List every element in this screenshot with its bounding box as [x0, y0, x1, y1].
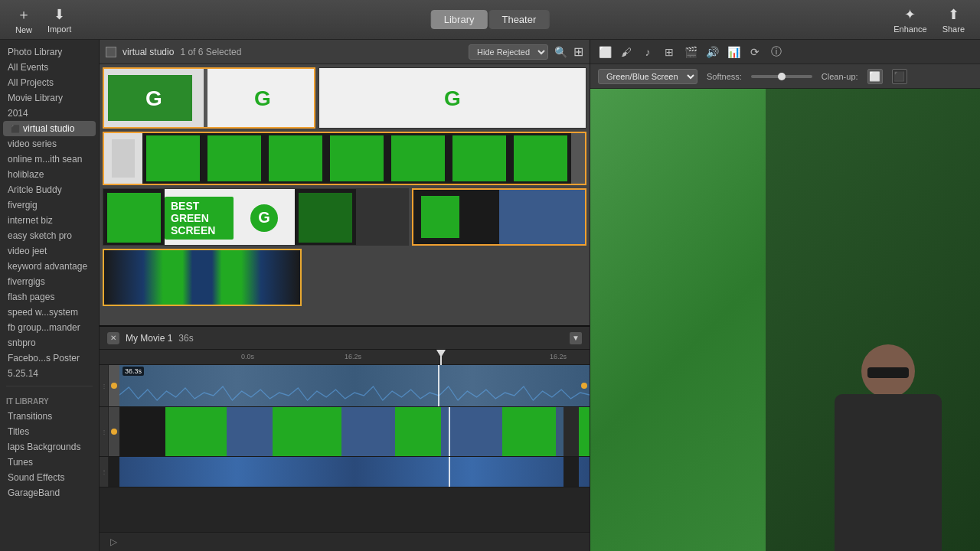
thumb-inner-1: G G [104, 69, 314, 127]
track-1-content[interactable]: 36.3s [109, 365, 590, 406]
ruler-playhead [440, 350, 442, 365]
preview-tools: ⬜ 🖌 ♪ ⊞ 🎬 🔊 📊 ⟳ ⓘ [590, 40, 980, 64]
collage-1 [103, 189, 165, 245]
sidebar-item-maps-backgrounds[interactable]: laps Backgrounds [0, 439, 99, 455]
media-thumb-1[interactable]: G G [103, 67, 315, 129]
track-1-handle[interactable]: ⋮ [100, 365, 109, 406]
timeline-tracks: ⋮ 36.3s [100, 365, 590, 532]
sidebar-item-titles[interactable]: Titles [0, 424, 99, 439]
top-toolbar: ＋ New ⬇ Import Library Theater ✦ Enhance… [0, 0, 980, 40]
softness-slider[interactable] [751, 75, 812, 78]
track-2-handle[interactable]: ⋮ [100, 407, 109, 456]
gs-track-bg [119, 407, 590, 456]
sidebar-item-keyword-advantage[interactable]: keyword advantage [0, 259, 99, 274]
sidebar-item-online-with-sean[interactable]: online m...ith sean [0, 152, 99, 167]
share-button[interactable]: ⬆ Share [942, 6, 965, 34]
new-label: New [15, 25, 32, 34]
filmstrip-thumb-6 [387, 133, 449, 184]
media-row-4 [103, 249, 586, 306]
media-grid: G G G [100, 64, 590, 325]
keying-mode-dropdown[interactable]: Green/Blue Screen [598, 69, 697, 84]
media-thumb-5[interactable]: 16.2s [412, 188, 586, 246]
sidebar-item-article-buddy[interactable]: Aritcle Buddy [0, 182, 99, 197]
sidebar-item-transitions[interactable]: Transitions [0, 409, 99, 424]
theater-tab[interactable]: Theater [488, 10, 549, 29]
crop-tool-icon[interactable]: ⬜ [596, 44, 613, 60]
clip-duration-label: 36.3s [122, 367, 144, 376]
timeline: ✕ My Movie 1 36s ▼ 0.0s 16.2s 16.2s [100, 325, 590, 551]
sidebar-item-virtual-studio[interactable]: ⬛ virtual studio [3, 121, 96, 136]
sidebar-item-all-projects[interactable]: All Projects [0, 75, 99, 90]
timeline-expand-button[interactable]: ▼ [570, 332, 582, 344]
thumb-inner-2: G [319, 68, 586, 128]
stabilize-icon[interactable]: 📊 [725, 44, 742, 60]
media-row-3: BEST GREEN SCREEN G [103, 188, 586, 246]
track-2-start-marker [109, 407, 119, 456]
grid-view-icon[interactable]: ⊞ [573, 44, 583, 59]
sidebar-item-holiblaze[interactable]: holiblaze [0, 167, 99, 182]
media-thumb-6[interactable] [103, 249, 302, 306]
transform-tool-icon[interactable]: ⊞ [661, 44, 678, 60]
sidebar-item-flash-pages[interactable]: flash pages [0, 289, 99, 305]
timeline-close-button[interactable]: ✕ [107, 332, 119, 344]
track-3-handle[interactable]: ⋮ [100, 457, 109, 487]
person-silhouette-wrapper [819, 337, 957, 551]
info-icon[interactable]: ⓘ [768, 44, 785, 60]
sidebar-item-garageband[interactable]: GarageBand [0, 485, 99, 500]
audio-gap-1 [564, 457, 579, 487]
filmstrip-thumb-3 [204, 133, 265, 184]
new-button[interactable]: ＋ New [15, 5, 32, 34]
new-icon: ＋ [17, 5, 31, 24]
audio-track-playhead [449, 457, 450, 487]
cleanup-fill-button[interactable]: ⬛ [892, 69, 907, 84]
timeline-footer: ▷ [100, 532, 590, 551]
color-tool-icon[interactable]: 🖌 [618, 44, 635, 60]
sidebar-item-easy-sketch-pro[interactable]: easy sketch pro [0, 228, 99, 243]
audio-adjust-icon[interactable]: 🔊 [704, 44, 720, 60]
thumb-svg-1: G G [104, 67, 314, 129]
enhance-button[interactable]: ✦ Enhance [893, 6, 926, 34]
sidebar-item-snbpro[interactable]: snbpro [0, 335, 99, 350]
ruler-start: 0.0s [241, 353, 254, 360]
cleanup-rect-button[interactable]: ⬜ [867, 69, 883, 84]
sidebar-item-5-25-14[interactable]: 5.25.14 [0, 366, 99, 381]
sidebar-item-video-jeet[interactable]: video jeet [0, 243, 99, 259]
media-thumb-2[interactable]: G [318, 67, 586, 129]
project-name: virtual studio [122, 47, 174, 57]
speed-icon[interactable]: ⟳ [746, 44, 763, 60]
sidebar-item-movie-library[interactable]: Movie Library [0, 90, 99, 106]
sidebar-item-fivergig[interactable]: fivergig [0, 197, 99, 213]
sidebar-item-photo-library[interactable]: Photo Library [0, 44, 99, 60]
selection-dot-1 [111, 383, 117, 389]
filter-dropdown[interactable]: Hide Rejected [469, 44, 548, 60]
sidebar-divider [6, 386, 93, 386]
library-tab[interactable]: Library [431, 10, 488, 29]
audio-tool-icon[interactable]: ♪ [639, 44, 656, 60]
sidebar-item-all-events[interactable]: All Events [0, 60, 99, 75]
sidebar-item-2014[interactable]: 2014 [0, 106, 99, 121]
toolbar-center: Library Theater [431, 10, 550, 29]
collage-4 [295, 189, 356, 245]
sidebar-item-video-series[interactable]: video series [0, 136, 99, 152]
sidebar-item-sound-effects[interactable]: Sound Effects [0, 470, 99, 485]
sidebar-item-fb-group[interactable]: fb group...mander [0, 320, 99, 335]
sidebar-item-internet-biz[interactable]: internet biz [0, 213, 99, 228]
track-3-content[interactable] [109, 457, 590, 487]
sidebar-item-facebook-poster[interactable]: Facebo...s Poster [0, 350, 99, 366]
sidebar-item-speed-system[interactable]: speed w...system [0, 305, 99, 320]
sidebar-item-fiverrgigs[interactable]: fiverrgigs [0, 274, 99, 289]
media-thumb-3[interactable] [103, 132, 586, 185]
blue-green-strip [104, 250, 300, 305]
gs-blue-2 [341, 407, 395, 456]
video-overlay-icon[interactable]: 🎬 [682, 44, 699, 60]
sidebar-item-tunes[interactable]: Tunes [0, 455, 99, 470]
media-thumb-4[interactable]: BEST GREEN SCREEN G [103, 188, 409, 246]
timeline-add-button[interactable]: ▷ [107, 536, 119, 548]
media-row-2 [103, 132, 586, 185]
select-all-checkbox[interactable] [106, 47, 116, 57]
import-button[interactable]: ⬇ Import [47, 6, 71, 34]
collage-2: BEST GREEN SCREEN [165, 189, 234, 245]
track-2-content[interactable] [109, 407, 590, 456]
gs-blue-3 [441, 407, 502, 456]
search-icon[interactable]: 🔍 [554, 46, 567, 58]
